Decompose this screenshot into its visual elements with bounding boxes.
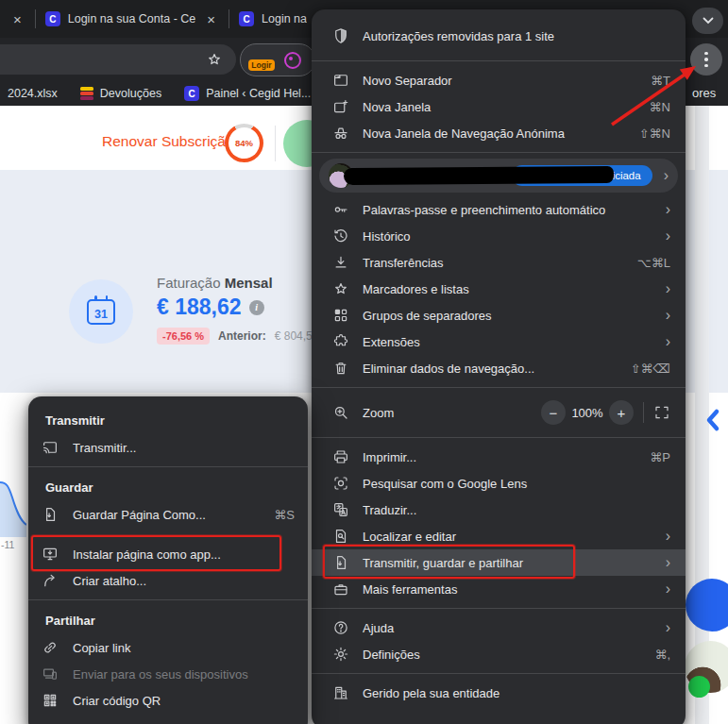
subscription-progress-ring: 84% [225,124,263,162]
zoom-label: Zoom [363,406,541,420]
collapse-chevron-icon[interactable] [705,407,720,437]
chevron-right-icon: › [666,529,670,544]
link-icon [42,639,59,656]
pink-extension-icon[interactable] [284,52,301,69]
menu-item-pesquisar-com-o-google-lens[interactable]: Pesquisar com o Google Lens [312,470,686,497]
menu-item-marcadores-e-listas[interactable]: Marcadores e listas› [312,276,686,302]
shortcut-label: ⌘P [650,450,670,464]
print-icon [332,448,349,465]
menu-item-instalar-pagina-como-app[interactable]: Instalar página como app... [28,541,308,567]
shortcut-label: ⌘N [650,100,670,114]
menu-item-guardar-pagina-como[interactable]: Guardar Página Como...⌘S [28,501,308,528]
bookmark-label: Painel ‹ Cegid Hel... [206,87,311,100]
login-extension-icon[interactable]: Logir [254,52,270,68]
menu-divider [312,60,686,61]
menu-item-transmitir-guardar-e-partilhar[interactable]: Transmitir, guardar e partilhar› [312,549,686,576]
tab-search-button[interactable] [692,8,723,34]
zoom-level-value: 100% [566,406,609,420]
menu-item-novo-separador[interactable]: Novo Separador⌘T [312,67,686,93]
metric-amount: € 188,62 [157,295,242,320]
browser-menu-button[interactable] [690,43,722,76]
menu-item-criar-atalho[interactable]: Criar atalho... [28,567,308,594]
chevron-right-icon: › [666,308,670,323]
menu-item-autorizacoes-removidas-para-1-site[interactable]: Autorizações removidas para 1 site [312,17,686,55]
history-icon [332,227,349,244]
menu-item-label: Imprimir... [363,450,638,464]
address-bar[interactable] [0,44,236,75]
bookmark-devolucoes[interactable]: Devoluções [80,87,161,101]
install-app-icon [42,546,59,563]
metric-title: Faturação Mensal [157,275,273,291]
menu-item-label: Transmitir... [73,441,295,455]
menu-item-imprimir[interactable]: Imprimir...⌘P [312,444,686,470]
tab[interactable]: CLogin na sua Conta - Ce× [36,0,229,38]
menu-item-label: Definições [363,648,643,662]
lens-icon [332,475,349,492]
submenu-header-transmitir: Transmitir [28,406,308,434]
new-tab-icon [332,72,349,89]
tab-title: Login na [262,12,307,25]
zoom-divider [643,402,644,423]
menu-item-label: Criar código QR [73,694,295,708]
new-window-icon [332,98,349,115]
extensions-pill: Logir [240,43,315,76]
cegid-favicon: C [239,11,254,26]
menu-item-extensoes[interactable]: Extensões› [312,328,686,355]
menu-item-zoom: Zoom−100%+ [312,394,686,431]
chevron-right-icon: › [666,334,670,349]
menu-item-label: Guardar Página Como... [73,508,262,522]
zoom-in-button[interactable]: + [609,400,634,425]
shortcut-label: ⌘T [651,74,670,88]
menu-item-label: Transmitir, guardar e partilhar [363,556,654,570]
translate-icon [332,501,349,518]
renew-subscription-link[interactable]: Renovar Subscrição [102,133,234,150]
menu-item-label: Eliminar dados de navegação... [363,362,619,376]
previous-label: Anterior: [218,329,266,343]
bookmark-2024-xlsx[interactable]: 2024.xlsx [8,87,58,100]
tab-close-icon[interactable]: × [203,10,219,28]
menu-item-eliminar-dados-de-navegacao[interactable]: Eliminar dados de navegação...⇧⌘⌫ [312,355,686,381]
tab[interactable]: × [0,0,35,38]
menu-item-mais-ferramentas[interactable]: Mais ferramentas› [312,576,686,602]
menu-item-transferencias[interactable]: Transferências⌥⌘L [312,249,686,276]
cegid-favicon: C [45,11,60,26]
menu-item-nova-janela[interactable]: Nova Janela⌘N [312,93,686,120]
shortcut-label: ⇧⌘N [639,126,670,141]
profile-menu-item[interactable]: o tem sessão iniciada› [319,159,678,193]
chart-axis-tick: -11 [1,539,14,550]
page-save-icon [332,554,349,571]
devices-icon [42,665,59,682]
shortcut-label: ⌘, [654,648,670,662]
menu-item-copiar-link[interactable]: Copiar link [28,634,308,661]
calendar-icon: 31 [87,299,115,325]
menu-item-nova-janela-de-navegacao-anonima[interactable]: Nova Janela de Navegação Anónima⇧⌘N [312,120,686,146]
menu-item-label: Nova Janela de Navegação Anónima [363,126,628,141]
bookmark-painel-cegid-hel[interactable]: CPainel ‹ Cegid Hel... [184,86,311,101]
tab[interactable]: CLogin na [229,0,316,38]
menu-item-historico[interactable]: Histórico› [312,223,686,249]
menu-item-gerido-pela-sua-entidade[interactable]: Gerido pela sua entidade [312,680,686,706]
toolbox-icon [332,581,349,598]
menu-divider [312,437,686,438]
find-edit-icon [332,528,349,545]
menu-item-enviar-para-os-seus-dispositivos: Enviar para os seus dispositivos [28,661,308,687]
menu-item-palavras-passe-e-preenchimento-automatico[interactable]: Palavras-passe e preenchimento automátic… [312,196,686,223]
menu-item-criar-codigo-qr[interactable]: Criar código QR [28,687,308,714]
tab-close-icon[interactable]: × [9,10,25,28]
chat-fab-button[interactable] [686,579,728,631]
menu-item-traduzir[interactable]: Traduzir... [312,497,686,523]
menu-item-grupos-de-separadores[interactable]: Grupos de separadores› [312,302,686,328]
menu-item-definicoes[interactable]: Definições⌘, [312,641,686,667]
cast-icon [42,439,59,456]
zoom-out-button[interactable]: − [541,400,566,425]
browser-main-menu: Autorizações removidas para 1 siteNovo S… [312,9,686,724]
bookmark-star-icon[interactable] [206,51,223,72]
menu-item-ajuda[interactable]: Ajuda› [312,615,686,641]
fullscreen-icon[interactable] [653,404,670,421]
info-icon[interactable]: i [249,300,264,315]
menu-item-label: Criar atalho... [73,574,295,588]
menu-item-transmitir[interactable]: Transmitir... [28,434,308,461]
menu-item-localizar-e-editar[interactable]: Localizar e editar› [312,523,686,549]
menu-item-label: Localizar e editar [363,530,654,544]
cast-save-share-submenu: TransmitirTransmitir...GuardarGuardar Pá… [28,396,308,724]
